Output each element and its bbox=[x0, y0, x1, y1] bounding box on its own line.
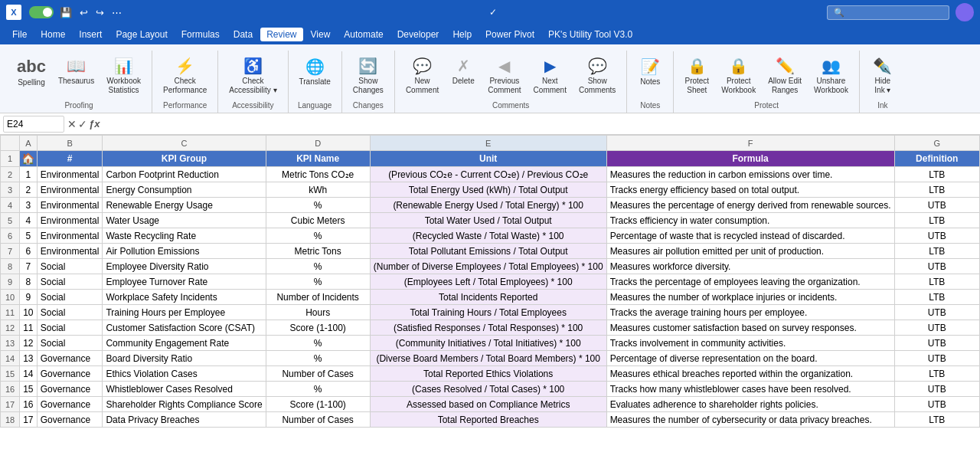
hide-ink-button[interactable]: ✒️ Hide Ink ▾ bbox=[866, 54, 900, 98]
check-performance-button[interactable]: ⚡ Check Performance bbox=[158, 54, 211, 98]
cell-d5[interactable]: Cubic Meters bbox=[266, 213, 370, 228]
col-header-f[interactable]: F bbox=[606, 136, 894, 151]
cell-b18[interactable]: Governance bbox=[37, 412, 103, 428]
cell-f1[interactable]: Formula bbox=[606, 151, 894, 167]
cell-a8[interactable]: 7 bbox=[20, 259, 38, 274]
menu-pk-utility[interactable]: PK's Utility Tool V3.0 bbox=[542, 28, 639, 41]
cell-e7[interactable]: Total Pollutant Emissions / Total Output bbox=[370, 244, 606, 259]
cell-b17[interactable]: Governance bbox=[37, 397, 103, 412]
search-box[interactable]: 🔍 bbox=[827, 5, 949, 20]
cell-b1[interactable]: # bbox=[37, 151, 103, 167]
cell-b2[interactable]: Environmental bbox=[37, 167, 103, 182]
workbook-statistics-button[interactable]: 📊 Workbook Statistics bbox=[102, 54, 145, 98]
cell-a6[interactable]: 5 bbox=[20, 228, 38, 244]
cell-g7[interactable]: LTB bbox=[894, 244, 980, 259]
cell-c12[interactable]: Customer Satisfaction Score (CSAT) bbox=[103, 320, 266, 336]
delete-comment-button[interactable]: ✗ Delete bbox=[446, 54, 480, 89]
cell-c13[interactable]: Community Engagement Rate bbox=[103, 336, 266, 351]
cell-e15[interactable]: Total Reported Ethics Violations bbox=[370, 366, 606, 382]
cell-f13[interactable]: Tracks involvement in community activiti… bbox=[606, 336, 894, 351]
cell-e13[interactable]: (Community Initiatives / Total Initiativ… bbox=[370, 336, 606, 351]
redo-icon[interactable]: ↪ bbox=[94, 5, 106, 20]
cell-c11[interactable]: Training Hours per Employee bbox=[103, 305, 266, 320]
cell-f15[interactable]: Measures ethical breaches reported withi… bbox=[606, 366, 894, 382]
cell-c14[interactable]: Board Diversity Ratio bbox=[103, 351, 266, 366]
cancel-icon[interactable]: ✕ bbox=[67, 118, 77, 130]
cell-g10[interactable]: LTB bbox=[894, 290, 980, 305]
cell-e12[interactable]: (Satisfied Responses / Total Responses) … bbox=[370, 320, 606, 336]
menu-automate[interactable]: Automate bbox=[338, 28, 389, 41]
cell-c8[interactable]: Employee Diversity Ratio bbox=[103, 259, 266, 274]
cell-g12[interactable]: UTB bbox=[894, 320, 980, 336]
cell-a11[interactable]: 10 bbox=[20, 305, 38, 320]
next-comment-button[interactable]: ▶ Next Comment bbox=[529, 54, 571, 98]
cell-d10[interactable]: Number of Incidents bbox=[266, 290, 370, 305]
cell-c5[interactable]: Water Usage bbox=[103, 213, 266, 228]
cell-a5[interactable]: 4 bbox=[20, 213, 38, 228]
menu-page-layout[interactable]: Page Layout bbox=[109, 28, 173, 41]
cell-c3[interactable]: Energy Consumption bbox=[103, 182, 266, 198]
cell-g16[interactable]: UTB bbox=[894, 382, 980, 397]
cell-d11[interactable]: Hours bbox=[266, 305, 370, 320]
cell-g14[interactable]: UTB bbox=[894, 351, 980, 366]
cell-e8[interactable]: (Number of Diverse Employees / Total Emp… bbox=[370, 259, 606, 274]
cell-d14[interactable]: % bbox=[266, 351, 370, 366]
cell-a9[interactable]: 8 bbox=[20, 274, 38, 290]
col-header-a[interactable]: A bbox=[20, 136, 38, 151]
cell-c15[interactable]: Ethics Violation Cases bbox=[103, 366, 266, 382]
cell-b14[interactable]: Governance bbox=[37, 351, 103, 366]
cell-b6[interactable]: Environmental bbox=[37, 228, 103, 244]
menu-view[interactable]: View bbox=[305, 28, 337, 41]
cell-e1[interactable]: Unit bbox=[370, 151, 606, 167]
cell-g11[interactable]: UTB bbox=[894, 305, 980, 320]
cell-g4[interactable]: UTB bbox=[894, 198, 980, 213]
menu-formulas[interactable]: Formulas bbox=[175, 28, 226, 41]
col-header-c[interactable]: C bbox=[103, 136, 266, 151]
col-header-e[interactable]: E bbox=[370, 136, 606, 151]
cell-d8[interactable]: % bbox=[266, 259, 370, 274]
cell-f8[interactable]: Measures workforce diversity. bbox=[606, 259, 894, 274]
cell-f18[interactable]: Measures the number of cybersecurity or … bbox=[606, 412, 894, 428]
cell-f5[interactable]: Tracks efficiency in water consumption. bbox=[606, 213, 894, 228]
cell-a10[interactable]: 9 bbox=[20, 290, 38, 305]
protect-workbook-button[interactable]: 🔒 Protect Workbook bbox=[717, 54, 760, 98]
notes-button[interactable]: 📝 Notes bbox=[633, 54, 667, 90]
cell-d12[interactable]: Score (1-100) bbox=[266, 320, 370, 336]
cell-f4[interactable]: Measures the percentage of energy derive… bbox=[606, 198, 894, 213]
cell-a17[interactable]: 16 bbox=[20, 397, 38, 412]
cell-b9[interactable]: Social bbox=[37, 274, 103, 290]
cell-f3[interactable]: Tracks energy efficiency based on total … bbox=[606, 182, 894, 198]
cell-b5[interactable]: Environmental bbox=[37, 213, 103, 228]
cell-g6[interactable]: UTB bbox=[894, 228, 980, 244]
menu-data[interactable]: Data bbox=[227, 28, 259, 41]
cell-e2[interactable]: (Previous CO₂e - Current CO₂e) / Previou… bbox=[370, 167, 606, 182]
cell-b10[interactable]: Social bbox=[37, 290, 103, 305]
cell-f7[interactable]: Measures air pollution emitted per unit … bbox=[606, 244, 894, 259]
cell-e5[interactable]: Total Water Used / Total Output bbox=[370, 213, 606, 228]
cell-g5[interactable]: LTB bbox=[894, 213, 980, 228]
confirm-icon[interactable]: ✓ bbox=[78, 118, 87, 130]
cell-f14[interactable]: Percentage of diverse representation on … bbox=[606, 351, 894, 366]
cell-c2[interactable]: Carbon Footprint Reduction bbox=[103, 167, 266, 182]
allow-edit-ranges-button[interactable]: ✏️ Allow Edit Ranges bbox=[763, 54, 806, 98]
cell-d18[interactable]: Number of Cases bbox=[266, 412, 370, 428]
cell-c7[interactable]: Air Pollution Emissions bbox=[103, 244, 266, 259]
formula-input[interactable] bbox=[103, 117, 977, 131]
cell-f12[interactable]: Measures customer satisfaction based on … bbox=[606, 320, 894, 336]
menu-developer[interactable]: Developer bbox=[391, 28, 446, 41]
menu-power-pivot[interactable]: Power Pivot bbox=[479, 28, 541, 41]
save-icon[interactable]: 💾 bbox=[58, 5, 74, 20]
cell-a12[interactable]: 11 bbox=[20, 320, 38, 336]
cell-a4[interactable]: 3 bbox=[20, 198, 38, 213]
cell-e10[interactable]: Total Incidents Reported bbox=[370, 290, 606, 305]
cell-a2[interactable]: 1 bbox=[20, 167, 38, 182]
cell-c10[interactable]: Workplace Safety Incidents bbox=[103, 290, 266, 305]
cell-f16[interactable]: Tracks how many whistleblower cases have… bbox=[606, 382, 894, 397]
cell-g3[interactable]: LTB bbox=[894, 182, 980, 198]
cell-g17[interactable]: UTB bbox=[894, 397, 980, 412]
cell-b8[interactable]: Social bbox=[37, 259, 103, 274]
cell-c1[interactable]: KPI Group bbox=[103, 151, 266, 167]
cell-g15[interactable]: LTB bbox=[894, 366, 980, 382]
fx-icon[interactable]: ƒx bbox=[89, 118, 100, 129]
cell-b13[interactable]: Social bbox=[37, 336, 103, 351]
